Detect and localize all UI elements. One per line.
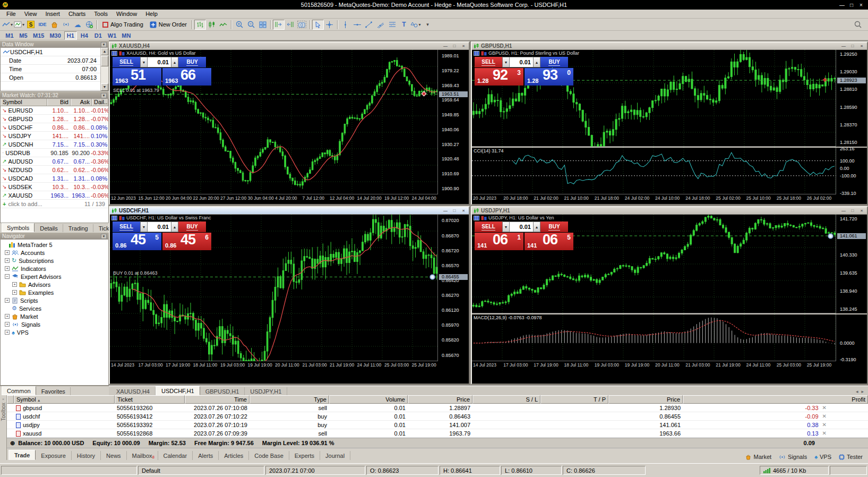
position-row-usdchf[interactable]: usdchf505561934122023.07.26 07:10:22buy0… [7, 412, 868, 421]
auto-scroll-icon[interactable] [285, 20, 296, 30]
signals-icon[interactable] [60, 20, 72, 30]
crosshair-icon[interactable] [324, 20, 336, 30]
expand-box[interactable]: + [5, 330, 10, 335]
market-watch-row-nzdusd[interactable]: ↘NZDUSD0.62...0.62...-0.06% [1, 166, 108, 174]
buy-button[interactable]: BUY [540, 222, 568, 232]
market-watch-row-usdrub[interactable]: ·USDRUB90.18590.200-0.33% [1, 149, 108, 157]
vps-cloud-icon[interactable]: ☁ [72, 20, 83, 30]
trade-marker-bubble[interactable] [429, 274, 435, 280]
text-tool-icon[interactable]: T [398, 20, 410, 30]
toolbox-tab-articles[interactable]: Articles [219, 451, 249, 460]
chart-close-button[interactable]: × [460, 208, 467, 213]
expand-box[interactable]: + [5, 298, 10, 303]
chart-close-button[interactable]: × [858, 44, 865, 48]
lot-decrease-button[interactable]: ▼ [502, 222, 510, 232]
column-header-volume[interactable]: Volume [329, 395, 408, 404]
market-watch-column-symbol[interactable]: Symbol [1, 99, 47, 106]
position-row-xauusd[interactable]: xauusd505561928682023.07.26 07:09:39sell… [7, 429, 868, 438]
column-header-symbol[interactable]: Symbol ▲ [14, 395, 115, 404]
chart-minimize-button[interactable]: — [442, 44, 449, 48]
market-watch-column-dail[interactable]: Dail... [92, 99, 108, 106]
chart-canvas-usdjpy[interactable]: USDJPY, H1: US Dollar vs YenSELL▼0.01▲BU… [472, 215, 867, 384]
trade-marker-bubble[interactable] [828, 233, 833, 239]
lot-decrease-button[interactable]: ▼ [140, 222, 148, 232]
chart-maximize-button[interactable]: □ [451, 208, 458, 213]
zoom-out-icon[interactable] [245, 20, 257, 30]
navigator-item-market[interactable]: +Market [2, 312, 108, 320]
metaeditor-icon[interactable]: IDE [37, 20, 48, 30]
scroll-up-button[interactable]: ▲ [101, 48, 108, 55]
market-watch-menu-button[interactable]: ▾ [101, 93, 107, 98]
footer-link-tester[interactable]: Tester [839, 454, 863, 460]
menu-window[interactable]: Window [112, 10, 141, 18]
menu-view[interactable]: View [20, 10, 41, 18]
navigator-root[interactable]: MetaTrader 5 [2, 241, 108, 249]
lot-size-input[interactable]: 0.01 [148, 57, 171, 67]
shapes-tool-icon[interactable]: ▾ [410, 20, 422, 30]
navigator-menu-button[interactable]: ▾ [101, 234, 107, 239]
indicator-pane-cci[interactable]: CCI(14) 31.74 [472, 148, 836, 194]
chart-plot-usdchf[interactable]: USDCHF, H1: US Dollar vs Swiss FrancBUY … [110, 215, 438, 361]
navigator-header[interactable]: Navigator ▾ [0, 232, 109, 240]
lot-decrease-button[interactable]: ▼ [140, 57, 148, 67]
profiles-icon[interactable]: ▾ [13, 20, 25, 30]
navigator-item-services[interactable]: ⚙Services [2, 304, 108, 312]
chart-tab-usdjpy-h1[interactable]: USDJPY,H1 [245, 387, 287, 395]
sell-price-panel[interactable]: 196351 [113, 68, 161, 86]
vertical-line-tool-icon[interactable] [340, 20, 351, 30]
expand-box[interactable]: + [12, 282, 17, 287]
timeframe-m15[interactable]: M15 [31, 31, 46, 40]
close-button[interactable]: × [856, 2, 866, 8]
close-position-icon[interactable]: ✕ [822, 430, 827, 436]
buy-button[interactable]: BUY [540, 57, 568, 67]
fibonacci-tool-icon[interactable] [386, 20, 398, 30]
candle-chart-icon[interactable] [206, 20, 218, 30]
lot-increase-button[interactable]: ▲ [533, 57, 540, 67]
market-watch-row-usdsek[interactable]: ↘USDSEK10.3...10.3...-0.03% [1, 183, 108, 191]
menu-charts[interactable]: Charts [64, 10, 90, 18]
market-watch-row-audusd[interactable]: ↗AUDUSD0.67...0.67...-0.36% [1, 157, 108, 166]
chart-close-button[interactable]: × [858, 208, 865, 213]
market-watch-row-usdcad[interactable]: ↘USDCAD1.31...1.31...0.08% [1, 174, 108, 183]
position-row-gbpusd[interactable]: gbpusd505561932602023.07.26 07:10:08sell… [7, 404, 868, 412]
timeframe-d1[interactable]: D1 [92, 31, 105, 40]
sell-price-panel[interactable]: 141061 [475, 233, 523, 250]
navigator-item-vps[interactable]: +♠VPS [2, 328, 108, 336]
timeframe-m1[interactable]: M1 [3, 31, 16, 40]
menu-tools[interactable]: Tools [90, 10, 112, 18]
channel-tool-icon[interactable] [375, 20, 386, 30]
chart-minimize-button[interactable]: — [840, 208, 847, 213]
chart-minimize-button[interactable]: — [442, 208, 449, 213]
trendline-tool-icon[interactable] [363, 20, 375, 30]
footer-link-signals[interactable]: Signals [779, 454, 807, 460]
screenshot-icon[interactable] [296, 20, 308, 30]
chart-canvas-xauusd[interactable]: XAUUSD, H4: Gold vs US DollarSELL 0.01 a… [110, 50, 469, 204]
sell-price-panel[interactable]: 0.86455 [113, 233, 161, 250]
close-position-icon[interactable]: ✕ [822, 413, 827, 419]
buy-button[interactable]: BUY [178, 222, 206, 232]
chart-plot-usdjpy[interactable]: USDJPY, H1: US Dollar vs YenSELL▼0.01▲BU… [472, 215, 836, 313]
line-chart-icon[interactable] [218, 20, 229, 30]
expand-box[interactable]: + [12, 290, 17, 295]
timeframe-w1[interactable]: W1 [106, 31, 119, 40]
column-header-profit[interactable]: Profit [683, 395, 868, 404]
expand-box[interactable]: + [5, 250, 10, 255]
status-profile[interactable]: Default [138, 466, 264, 475]
expand-box[interactable]: + [5, 314, 10, 319]
menu-insert[interactable]: Insert [41, 10, 64, 18]
navigator-item-scripts[interactable]: +Scripts [2, 296, 108, 304]
column-header-type[interactable]: Type [250, 395, 329, 404]
tile-windows-icon[interactable] [257, 20, 269, 30]
chart-window-titlebar[interactable]: GBPUSD,H1—□× [472, 42, 867, 50]
navigator-item-indicators[interactable]: +Indicators [2, 265, 108, 272]
toolbox-tab-exposure[interactable]: Exposure [36, 451, 71, 460]
close-position-icon[interactable]: ✕ [822, 405, 827, 411]
lot-size-input[interactable]: 0.01 [148, 222, 171, 232]
market-basket-icon[interactable] [48, 20, 60, 30]
timeframe-h4[interactable]: H4 [78, 31, 91, 40]
horizontal-line-tool-icon[interactable] [351, 20, 363, 30]
market-watch-tab-details[interactable]: Details [35, 224, 63, 232]
timeframe-m5[interactable]: M5 [17, 31, 30, 40]
toolbox-close-icon[interactable]: × [2, 397, 5, 402]
scroll-thumb[interactable] [101, 56, 108, 66]
